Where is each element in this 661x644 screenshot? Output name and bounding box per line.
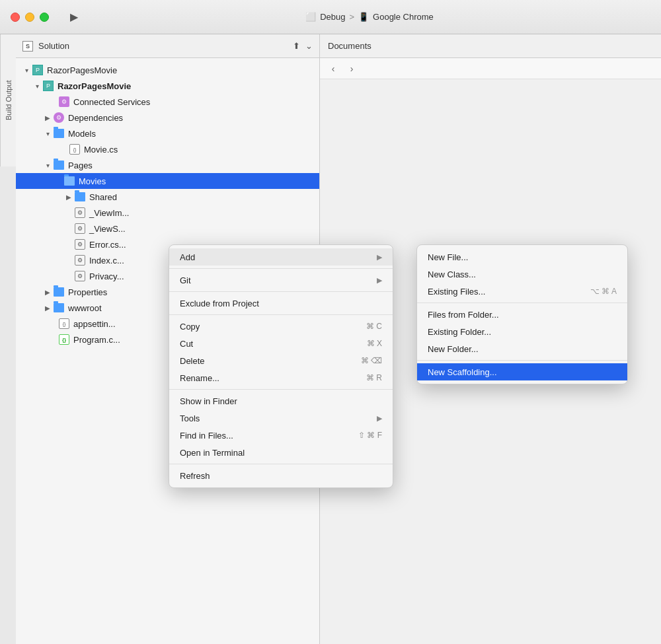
tree-item-movies[interactable]: Movies xyxy=(16,173,319,189)
menu-arrow-icon: ▶ xyxy=(377,253,382,262)
menu-arrow-icon: ▶ xyxy=(377,276,382,285)
build-output-label: Build Output xyxy=(5,81,13,121)
settings-icon: ⚙ xyxy=(74,223,86,234)
submenu-add: New File... New Class... Existing Files.… xyxy=(416,244,628,384)
settings-icon: ⚙ xyxy=(74,238,86,250)
tree-label: Models xyxy=(68,129,319,139)
debug-label: Debug xyxy=(320,12,345,22)
submenu-item-existing-files[interactable]: Existing Files... ⌥ ⌘ A xyxy=(417,283,627,300)
pin-icon[interactable]: ⬆ xyxy=(293,41,300,51)
expand-arrow: ▶ xyxy=(42,289,53,296)
tree-label: _ViewIm... xyxy=(89,208,319,218)
menu-item-delete[interactable]: Delete ⌘ ⌫ xyxy=(169,352,393,369)
fullscreen-button[interactable] xyxy=(40,13,49,22)
documents-header: Documents xyxy=(320,34,661,58)
folder-icon xyxy=(53,127,65,139)
tree-item-dependencies[interactable]: ▶ ⚙ Dependencies xyxy=(16,110,319,125)
menu-item-refresh[interactable]: Refresh xyxy=(169,467,393,484)
expand-arrow: ▾ xyxy=(21,67,32,74)
menu-label: Cut xyxy=(180,339,354,349)
play-button[interactable]: ▶ xyxy=(67,11,81,24)
tree-label: Movies xyxy=(79,176,319,186)
breadcrumb-separator: > xyxy=(349,12,354,22)
expand-arrow: ▾ xyxy=(42,162,53,169)
tree-label: Connected Services xyxy=(73,97,319,107)
forward-button[interactable]: › xyxy=(344,61,360,77)
tree-item-shared[interactable]: ▶ Shared xyxy=(16,189,319,205)
minimize-button[interactable] xyxy=(25,13,34,22)
tree-item-pages[interactable]: ▾ Pages xyxy=(16,157,319,173)
menu-shortcut: ⌘ R xyxy=(366,373,382,382)
folder-icon xyxy=(74,191,86,203)
menu-shortcut: ⌘ ⌫ xyxy=(361,356,382,365)
sub-label: Existing Folder... xyxy=(428,327,617,337)
menu-separator xyxy=(169,464,393,464)
cs-icon: {} xyxy=(58,318,70,330)
tree-item-razorpagesmovie-proj[interactable]: ▾ P RazorPagesMovie xyxy=(16,78,319,94)
expand-arrow: ▶ xyxy=(42,304,53,312)
menu-item-copy[interactable]: Copy ⌘ C xyxy=(169,318,393,335)
menu-label: Git xyxy=(180,275,371,285)
submenu-item-new-file[interactable]: New File... xyxy=(417,248,627,266)
menu-separator xyxy=(169,291,393,292)
tree-label: Movie.cs xyxy=(84,145,319,155)
expand-arrow: ▾ xyxy=(32,83,42,90)
folder-icon xyxy=(63,175,75,187)
menu-item-exclude[interactable]: Exclude from Project xyxy=(169,295,393,312)
solution-label: Solution xyxy=(38,41,69,51)
menu-item-cut[interactable]: Cut ⌘ X xyxy=(169,335,393,352)
submenu-item-new-folder[interactable]: New Folder... xyxy=(417,340,627,357)
project-icon: P xyxy=(32,64,44,76)
csharp-icon: {} xyxy=(58,334,70,345)
expand-arrow: ▶ xyxy=(42,114,53,122)
sub-label: New File... xyxy=(428,252,617,262)
submenu-item-existing-folder[interactable]: Existing Folder... xyxy=(417,323,627,340)
sub-shortcut: ⌥ ⌘ A xyxy=(590,287,617,296)
menu-label: Refresh xyxy=(180,471,382,481)
sub-label: New Folder... xyxy=(428,344,617,354)
csharp-icon: {} xyxy=(69,143,81,155)
sub-label: Existing Files... xyxy=(428,287,590,297)
tree-label: Shared xyxy=(89,192,319,202)
tree-item-models[interactable]: ▾ Models xyxy=(16,125,319,141)
back-icon: ‹ xyxy=(332,63,335,74)
menu-shortcut: ⌘ C xyxy=(366,322,382,331)
menu-item-rename[interactable]: Rename... ⌘ R xyxy=(169,369,393,386)
connected-icon: ⚙ xyxy=(58,96,70,108)
tree-item-connected-services[interactable]: ⚙ Connected Services xyxy=(16,94,319,110)
menu-item-add[interactable]: Add ▶ xyxy=(169,248,393,266)
tree-label: RazorPagesMovie xyxy=(58,81,319,91)
solution-icon: S xyxy=(22,41,33,52)
menu-shortcut: ⌘ X xyxy=(367,339,382,348)
chevron-icon[interactable]: ⌄ xyxy=(305,41,313,51)
menu-item-show-finder[interactable]: Show in Finder xyxy=(169,392,393,410)
tree-item-viewstart[interactable]: ⚙ _ViewS... xyxy=(16,221,319,236)
settings-icon: ⚙ xyxy=(74,254,86,266)
sub-label: New Class... xyxy=(428,269,617,279)
close-button[interactable] xyxy=(11,13,20,22)
context-menu: Add ▶ Git ▶ Exclude from Project Copy ⌘ … xyxy=(169,244,393,488)
submenu-item-new-class[interactable]: New Class... xyxy=(417,266,627,283)
submenu-item-files-from-folder[interactable]: Files from Folder... xyxy=(417,306,627,323)
tree-item-viewimports[interactable]: ⚙ _ViewIm... xyxy=(16,205,319,221)
device-label: Google Chrome xyxy=(373,12,434,22)
tree-label: _ViewS... xyxy=(89,224,319,234)
menu-label: Delete xyxy=(180,356,348,366)
menu-item-tools[interactable]: Tools ▶ xyxy=(169,410,393,427)
menu-item-open-terminal[interactable]: Open in Terminal xyxy=(169,444,393,461)
titlebar: ▶ ⬜ Debug > 📱 Google Chrome xyxy=(0,0,661,34)
tree-item-movie-cs[interactable]: {} Movie.cs xyxy=(16,141,319,157)
menu-label: Rename... xyxy=(180,373,353,383)
submenu-item-new-scaffolding[interactable]: New Scaffolding... xyxy=(417,363,627,380)
menu-arrow-icon: ▶ xyxy=(377,414,382,423)
build-output-tab[interactable]: Build Output xyxy=(0,34,16,166)
menu-item-git[interactable]: Git ▶ xyxy=(169,271,393,289)
folder-icon xyxy=(53,286,65,298)
device-icon: 📱 xyxy=(358,12,369,22)
back-button[interactable]: ‹ xyxy=(325,61,341,77)
expand-arrow: ▾ xyxy=(42,130,53,137)
tree-item-razorpagesmovie-root[interactable]: ▾ P RazorPagesMovie xyxy=(16,62,319,78)
folder-icon xyxy=(53,159,65,171)
menu-label: Show in Finder xyxy=(180,396,382,406)
menu-item-find-files[interactable]: Find in Files... ⇧ ⌘ F xyxy=(169,427,393,444)
